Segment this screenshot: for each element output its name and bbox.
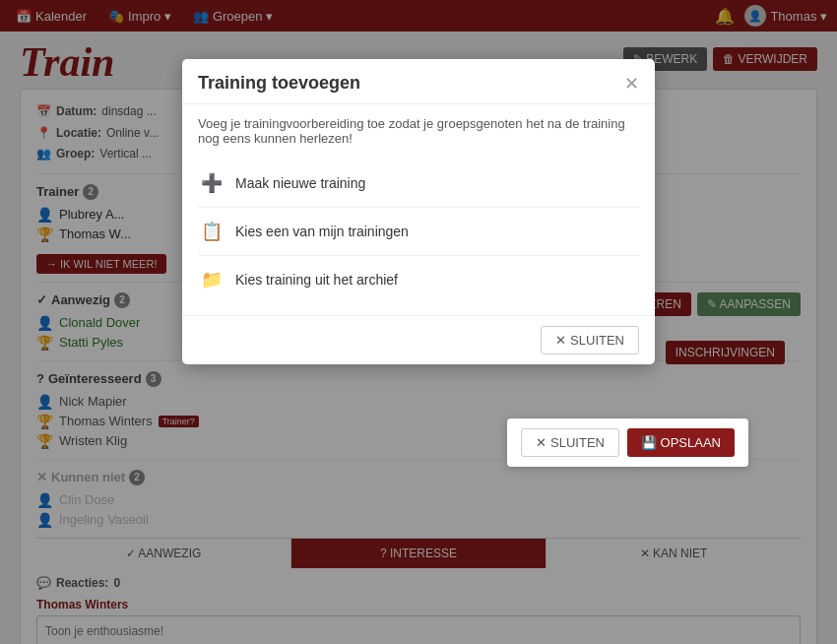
modal-body: Voeg je trainingvoorbereiding toe zodat … <box>182 104 655 315</box>
modal-header: Training toevoegen ✕ <box>182 59 655 104</box>
archive-label: Kies training uit het archief <box>235 272 398 288</box>
modal-option-archive[interactable]: 📁 Kies training uit het archief <box>198 255 639 303</box>
training-toevoegen-modal: Training toevoegen ✕ Voeg je trainingvoo… <box>182 59 655 364</box>
modal-sluiten-footer-button[interactable]: ✕ SLUITEN <box>541 326 639 354</box>
my-trainings-label: Kies een van mijn trainingen <box>235 224 409 239</box>
sluiten-button[interactable]: ✕ SLUITEN <box>521 428 619 457</box>
modal-footer: ✕ SLUITEN <box>182 315 655 364</box>
modal-close-button[interactable]: ✕ <box>624 75 639 93</box>
archive-icon: 📁 <box>198 266 225 293</box>
modal-option-new[interactable]: ➕ Maak nieuwe training <box>198 160 639 207</box>
modal-option-mine[interactable]: 📋 Kies een van mijn trainingen <box>198 207 639 255</box>
opslaan-button[interactable]: 💾 OPSLAAN <box>627 428 735 457</box>
new-training-label: Maak nieuwe training <box>235 175 365 191</box>
new-training-icon: ➕ <box>198 169 225 197</box>
my-trainings-icon: 📋 <box>198 218 225 245</box>
save-cancel-modal: ✕ SLUITEN 💾 OPSLAAN <box>507 419 748 467</box>
modal-title: Training toevoegen <box>198 73 360 94</box>
modal-overlay: Training toevoegen ✕ Voeg je trainingvoo… <box>0 0 837 644</box>
modal-description: Voeg je trainingvoorbereiding toe zodat … <box>198 116 639 146</box>
